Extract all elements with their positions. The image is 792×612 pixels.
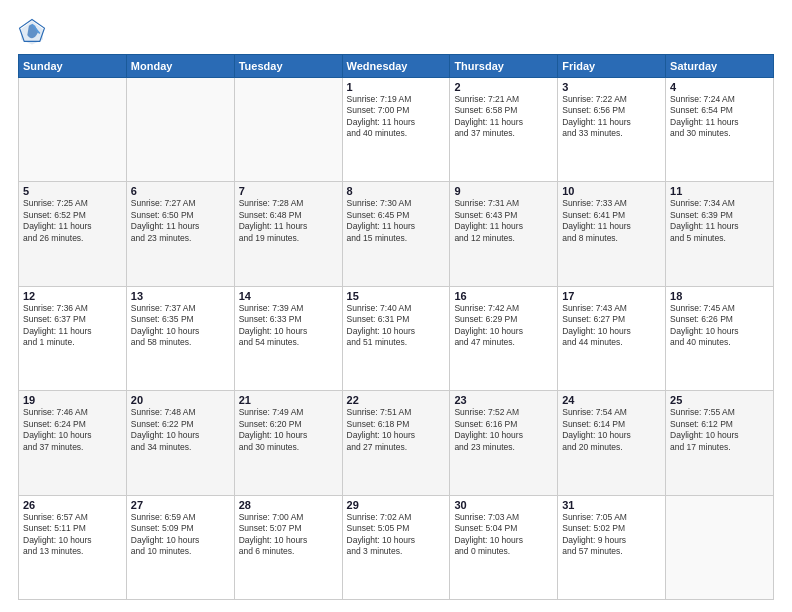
calendar-cell: 29Sunrise: 7:02 AM Sunset: 5:05 PM Dayli… <box>342 495 450 599</box>
calendar-cell: 7Sunrise: 7:28 AM Sunset: 6:48 PM Daylig… <box>234 182 342 286</box>
weekday-monday: Monday <box>126 55 234 78</box>
day-info: Sunrise: 7:54 AM Sunset: 6:14 PM Dayligh… <box>562 407 661 453</box>
day-info: Sunrise: 7:52 AM Sunset: 6:16 PM Dayligh… <box>454 407 553 453</box>
weekday-saturday: Saturday <box>666 55 774 78</box>
day-info: Sunrise: 7:40 AM Sunset: 6:31 PM Dayligh… <box>347 303 446 349</box>
calendar-cell: 2Sunrise: 7:21 AM Sunset: 6:58 PM Daylig… <box>450 78 558 182</box>
day-number: 24 <box>562 394 661 406</box>
calendar-cell: 5Sunrise: 7:25 AM Sunset: 6:52 PM Daylig… <box>19 182 127 286</box>
day-number: 16 <box>454 290 553 302</box>
day-number: 20 <box>131 394 230 406</box>
calendar-cell: 27Sunrise: 6:59 AM Sunset: 5:09 PM Dayli… <box>126 495 234 599</box>
day-number: 11 <box>670 185 769 197</box>
week-row-2: 12Sunrise: 7:36 AM Sunset: 6:37 PM Dayli… <box>19 286 774 390</box>
day-number: 9 <box>454 185 553 197</box>
day-number: 28 <box>239 499 338 511</box>
week-row-0: 1Sunrise: 7:19 AM Sunset: 7:00 PM Daylig… <box>19 78 774 182</box>
day-info: Sunrise: 7:30 AM Sunset: 6:45 PM Dayligh… <box>347 198 446 244</box>
calendar-cell: 11Sunrise: 7:34 AM Sunset: 6:39 PM Dayli… <box>666 182 774 286</box>
day-info: Sunrise: 7:22 AM Sunset: 6:56 PM Dayligh… <box>562 94 661 140</box>
day-info: Sunrise: 7:02 AM Sunset: 5:05 PM Dayligh… <box>347 512 446 558</box>
day-info: Sunrise: 7:31 AM Sunset: 6:43 PM Dayligh… <box>454 198 553 244</box>
day-number: 6 <box>131 185 230 197</box>
day-info: Sunrise: 7:27 AM Sunset: 6:50 PM Dayligh… <box>131 198 230 244</box>
weekday-tuesday: Tuesday <box>234 55 342 78</box>
day-info: Sunrise: 7:05 AM Sunset: 5:02 PM Dayligh… <box>562 512 661 558</box>
day-number: 27 <box>131 499 230 511</box>
day-number: 29 <box>347 499 446 511</box>
day-number: 21 <box>239 394 338 406</box>
calendar-cell: 16Sunrise: 7:42 AM Sunset: 6:29 PM Dayli… <box>450 286 558 390</box>
day-number: 30 <box>454 499 553 511</box>
calendar-cell: 30Sunrise: 7:03 AM Sunset: 5:04 PM Dayli… <box>450 495 558 599</box>
logo <box>18 18 50 46</box>
calendar-table: SundayMondayTuesdayWednesdayThursdayFrid… <box>18 54 774 600</box>
calendar-cell <box>666 495 774 599</box>
calendar-cell: 24Sunrise: 7:54 AM Sunset: 6:14 PM Dayli… <box>558 391 666 495</box>
day-number: 19 <box>23 394 122 406</box>
day-number: 25 <box>670 394 769 406</box>
weekday-friday: Friday <box>558 55 666 78</box>
day-number: 3 <box>562 81 661 93</box>
day-info: Sunrise: 7:24 AM Sunset: 6:54 PM Dayligh… <box>670 94 769 140</box>
weekday-header-row: SundayMondayTuesdayWednesdayThursdayFrid… <box>19 55 774 78</box>
calendar-cell: 12Sunrise: 7:36 AM Sunset: 6:37 PM Dayli… <box>19 286 127 390</box>
day-info: Sunrise: 7:28 AM Sunset: 6:48 PM Dayligh… <box>239 198 338 244</box>
day-info: Sunrise: 7:33 AM Sunset: 6:41 PM Dayligh… <box>562 198 661 244</box>
day-info: Sunrise: 7:00 AM Sunset: 5:07 PM Dayligh… <box>239 512 338 558</box>
week-row-4: 26Sunrise: 6:57 AM Sunset: 5:11 PM Dayli… <box>19 495 774 599</box>
day-number: 18 <box>670 290 769 302</box>
day-info: Sunrise: 7:39 AM Sunset: 6:33 PM Dayligh… <box>239 303 338 349</box>
calendar-cell: 1Sunrise: 7:19 AM Sunset: 7:00 PM Daylig… <box>342 78 450 182</box>
calendar-cell <box>126 78 234 182</box>
day-number: 8 <box>347 185 446 197</box>
week-row-1: 5Sunrise: 7:25 AM Sunset: 6:52 PM Daylig… <box>19 182 774 286</box>
day-info: Sunrise: 7:03 AM Sunset: 5:04 PM Dayligh… <box>454 512 553 558</box>
logo-icon <box>18 18 46 46</box>
day-number: 26 <box>23 499 122 511</box>
day-info: Sunrise: 7:55 AM Sunset: 6:12 PM Dayligh… <box>670 407 769 453</box>
day-number: 7 <box>239 185 338 197</box>
calendar-cell: 3Sunrise: 7:22 AM Sunset: 6:56 PM Daylig… <box>558 78 666 182</box>
day-number: 23 <box>454 394 553 406</box>
day-info: Sunrise: 7:36 AM Sunset: 6:37 PM Dayligh… <box>23 303 122 349</box>
day-number: 31 <box>562 499 661 511</box>
weekday-sunday: Sunday <box>19 55 127 78</box>
day-info: Sunrise: 7:34 AM Sunset: 6:39 PM Dayligh… <box>670 198 769 244</box>
calendar-cell: 23Sunrise: 7:52 AM Sunset: 6:16 PM Dayli… <box>450 391 558 495</box>
day-info: Sunrise: 6:57 AM Sunset: 5:11 PM Dayligh… <box>23 512 122 558</box>
week-row-3: 19Sunrise: 7:46 AM Sunset: 6:24 PM Dayli… <box>19 391 774 495</box>
calendar-cell: 20Sunrise: 7:48 AM Sunset: 6:22 PM Dayli… <box>126 391 234 495</box>
calendar-cell: 19Sunrise: 7:46 AM Sunset: 6:24 PM Dayli… <box>19 391 127 495</box>
day-info: Sunrise: 7:51 AM Sunset: 6:18 PM Dayligh… <box>347 407 446 453</box>
day-number: 12 <box>23 290 122 302</box>
day-info: Sunrise: 7:37 AM Sunset: 6:35 PM Dayligh… <box>131 303 230 349</box>
day-number: 13 <box>131 290 230 302</box>
calendar-cell: 17Sunrise: 7:43 AM Sunset: 6:27 PM Dayli… <box>558 286 666 390</box>
calendar-cell: 13Sunrise: 7:37 AM Sunset: 6:35 PM Dayli… <box>126 286 234 390</box>
day-number: 17 <box>562 290 661 302</box>
day-info: Sunrise: 7:42 AM Sunset: 6:29 PM Dayligh… <box>454 303 553 349</box>
calendar-cell: 26Sunrise: 6:57 AM Sunset: 5:11 PM Dayli… <box>19 495 127 599</box>
day-info: Sunrise: 7:45 AM Sunset: 6:26 PM Dayligh… <box>670 303 769 349</box>
calendar-cell: 22Sunrise: 7:51 AM Sunset: 6:18 PM Dayli… <box>342 391 450 495</box>
day-info: Sunrise: 7:48 AM Sunset: 6:22 PM Dayligh… <box>131 407 230 453</box>
calendar-cell: 6Sunrise: 7:27 AM Sunset: 6:50 PM Daylig… <box>126 182 234 286</box>
weekday-thursday: Thursday <box>450 55 558 78</box>
calendar-cell: 21Sunrise: 7:49 AM Sunset: 6:20 PM Dayli… <box>234 391 342 495</box>
calendar-cell: 15Sunrise: 7:40 AM Sunset: 6:31 PM Dayli… <box>342 286 450 390</box>
day-info: Sunrise: 7:21 AM Sunset: 6:58 PM Dayligh… <box>454 94 553 140</box>
calendar-cell: 10Sunrise: 7:33 AM Sunset: 6:41 PM Dayli… <box>558 182 666 286</box>
calendar-cell: 18Sunrise: 7:45 AM Sunset: 6:26 PM Dayli… <box>666 286 774 390</box>
calendar-cell: 9Sunrise: 7:31 AM Sunset: 6:43 PM Daylig… <box>450 182 558 286</box>
day-number: 2 <box>454 81 553 93</box>
day-number: 5 <box>23 185 122 197</box>
day-info: Sunrise: 7:19 AM Sunset: 7:00 PM Dayligh… <box>347 94 446 140</box>
calendar-cell: 8Sunrise: 7:30 AM Sunset: 6:45 PM Daylig… <box>342 182 450 286</box>
calendar-cell: 28Sunrise: 7:00 AM Sunset: 5:07 PM Dayli… <box>234 495 342 599</box>
calendar-cell: 4Sunrise: 7:24 AM Sunset: 6:54 PM Daylig… <box>666 78 774 182</box>
calendar-cell: 25Sunrise: 7:55 AM Sunset: 6:12 PM Dayli… <box>666 391 774 495</box>
day-number: 14 <box>239 290 338 302</box>
weekday-wednesday: Wednesday <box>342 55 450 78</box>
day-number: 4 <box>670 81 769 93</box>
